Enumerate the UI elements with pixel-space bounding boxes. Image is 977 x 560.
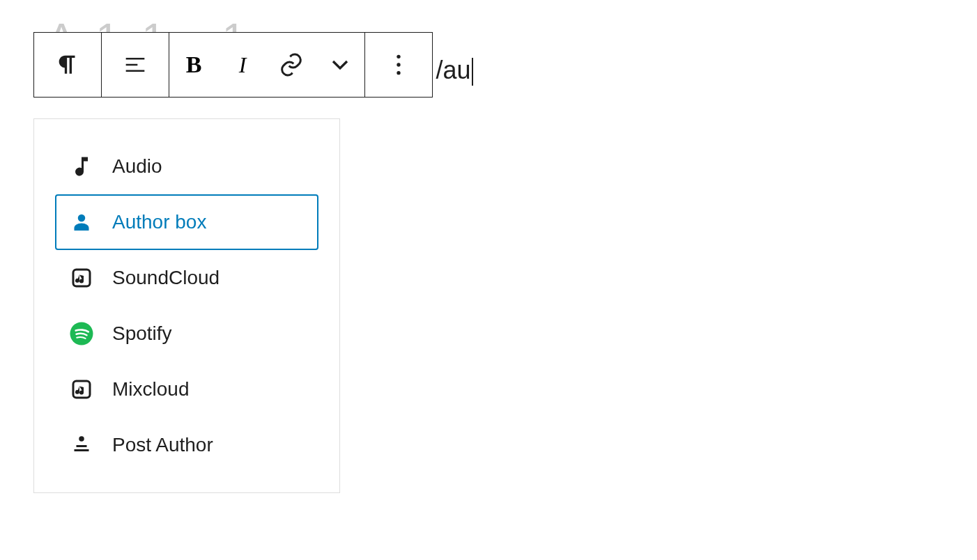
svg-point-1 [397, 63, 400, 66]
svg-point-7 [79, 436, 84, 442]
chevron-down-icon [326, 51, 354, 79]
autocomplete-item-spotify[interactable]: Spotify [55, 306, 318, 361]
italic-icon: I [239, 52, 247, 78]
italic-button[interactable]: I [218, 33, 267, 97]
link-button[interactable] [267, 33, 316, 97]
post-author-icon [68, 431, 95, 459]
block-toolbar: B I [33, 32, 433, 98]
options-button[interactable] [365, 33, 432, 97]
toolbar-group-options [365, 33, 432, 97]
more-vertical-icon [385, 51, 413, 79]
autocomplete-label: Spotify [112, 322, 172, 345]
toolbar-group-blocktype [34, 33, 102, 97]
autocomplete-label: Author box [112, 211, 206, 233]
paragraph-button[interactable] [34, 33, 101, 97]
align-button[interactable] [102, 33, 169, 97]
spotify-icon [68, 320, 95, 348]
svg-point-0 [397, 55, 400, 59]
audio-icon [68, 153, 95, 180]
block-autocomplete-menu: Audio Author box SoundCloud [33, 118, 340, 493]
block-input[interactable]: /au [436, 56, 472, 86]
autocomplete-item-mixcloud[interactable]: Mixcloud [55, 361, 318, 417]
autocomplete-item-audio[interactable]: Audio [55, 139, 318, 194]
autocomplete-label: SoundCloud [112, 267, 220, 289]
align-left-icon [121, 51, 149, 79]
svg-point-3 [78, 215, 86, 222]
soundcloud-icon [68, 264, 95, 292]
more-rich-text-button[interactable] [316, 33, 364, 97]
bold-icon: B [186, 52, 202, 78]
autocomplete-item-author-box[interactable]: Author box [55, 194, 318, 250]
toolbar-group-formatting: B I [169, 33, 365, 97]
input-text: /au [436, 56, 470, 84]
autocomplete-label: Post Author [112, 434, 213, 456]
autocomplete-label: Mixcloud [112, 378, 189, 400]
link-icon [277, 51, 305, 79]
paragraph-icon [54, 51, 82, 79]
svg-point-2 [397, 71, 400, 75]
text-cursor [472, 58, 473, 86]
author-icon [68, 208, 95, 236]
autocomplete-item-post-author[interactable]: Post Author [55, 417, 318, 473]
mixcloud-icon [68, 375, 95, 403]
autocomplete-label: Audio [112, 155, 162, 178]
toolbar-group-align [102, 33, 169, 97]
bold-button[interactable]: B [169, 33, 218, 97]
autocomplete-item-soundcloud[interactable]: SoundCloud [55, 250, 318, 306]
